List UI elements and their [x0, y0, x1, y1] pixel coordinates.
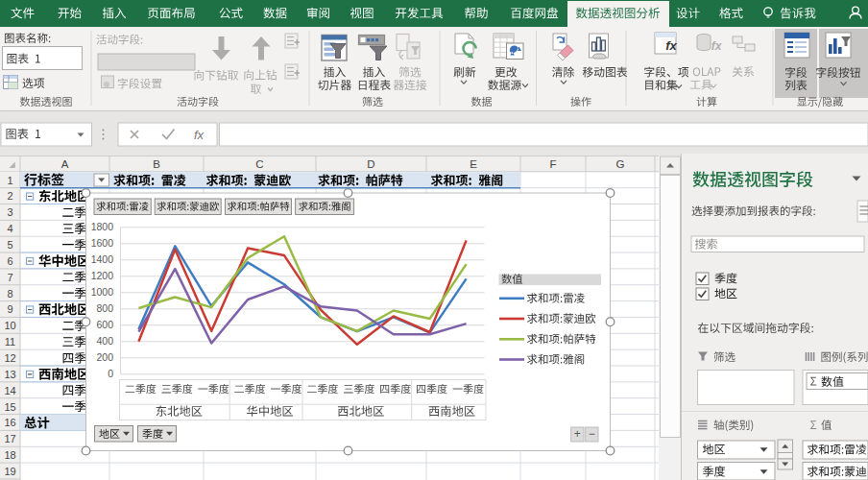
svg-text:16: 16	[4, 417, 15, 428]
svg-text:2: 2	[7, 190, 12, 202]
svg-text:fx: fx	[711, 39, 723, 53]
svg-text:11: 11	[5, 336, 15, 348]
svg-text:C: C	[255, 158, 263, 170]
svg-text:13: 13	[4, 369, 15, 380]
svg-text:12: 12	[4, 352, 15, 364]
svg-text:18: 18	[4, 449, 15, 461]
svg-text:1600: 1600	[91, 237, 114, 249]
svg-text:3: 3	[7, 206, 12, 218]
svg-text:1800: 1800	[91, 221, 114, 232]
svg-text:9: 9	[7, 303, 12, 315]
svg-text:6: 6	[7, 255, 12, 267]
svg-text:G: G	[616, 158, 625, 170]
svg-text:400: 400	[96, 335, 113, 347]
svg-text:F: F	[549, 158, 556, 170]
svg-text:200: 200	[96, 351, 113, 363]
svg-text:D: D	[367, 158, 374, 170]
svg-text:A: A	[61, 158, 69, 170]
svg-text:17: 17	[4, 433, 15, 444]
svg-text:15: 15	[4, 401, 15, 413]
svg-text:fx: fx	[665, 38, 677, 53]
svg-text:10: 10	[4, 320, 15, 331]
svg-text:19: 19	[4, 466, 15, 477]
svg-text:−: −	[589, 427, 595, 441]
svg-text:0: 0	[108, 368, 113, 379]
svg-text:1000: 1000	[91, 286, 114, 298]
svg-text:B: B	[153, 158, 160, 170]
svg-text:1400: 1400	[91, 253, 114, 265]
svg-text:5: 5	[7, 239, 12, 251]
svg-text:800: 800	[96, 302, 113, 314]
svg-text:1: 1	[7, 175, 12, 186]
svg-text:4: 4	[7, 223, 12, 234]
svg-text:+: +	[574, 427, 581, 441]
svg-text:fx: fx	[194, 128, 205, 142]
svg-text:14: 14	[4, 385, 15, 396]
svg-text:8: 8	[7, 288, 12, 300]
svg-text:7: 7	[7, 272, 12, 283]
svg-text:600: 600	[96, 319, 113, 330]
svg-text:E: E	[470, 158, 477, 170]
svg-text:1200: 1200	[91, 270, 114, 281]
